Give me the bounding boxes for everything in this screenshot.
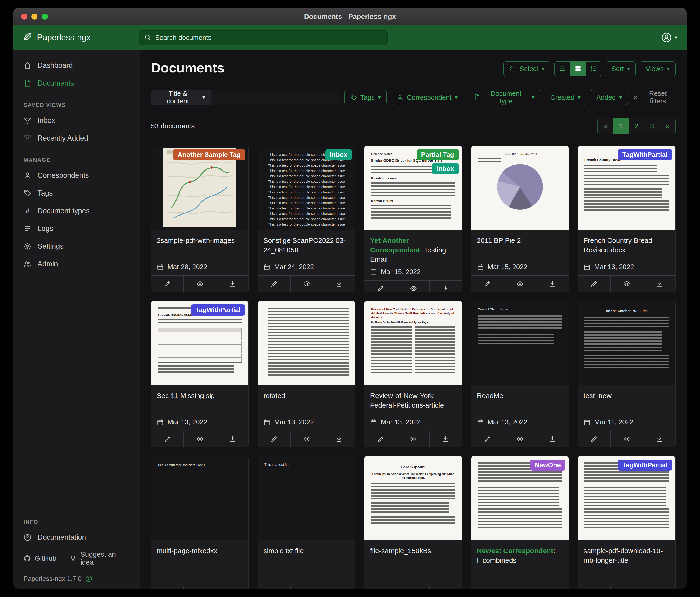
download-button[interactable]: [536, 586, 569, 589]
view-button[interactable]: [291, 586, 323, 589]
edit-button[interactable]: [578, 431, 610, 447]
pagination-page-2[interactable]: 2: [628, 118, 644, 135]
view-button[interactable]: [610, 431, 643, 447]
view-button[interactable]: [504, 431, 536, 447]
info-circle-icon[interactable]: [85, 575, 92, 582]
view-button[interactable]: [397, 281, 429, 292]
zoom-window-button[interactable]: [42, 14, 48, 20]
view-button[interactable]: [291, 276, 323, 292]
view-button[interactable]: [397, 431, 429, 447]
correspondent-filter-button[interactable]: Correspondent ▾: [391, 90, 464, 105]
document-title[interactable]: rotated: [258, 385, 355, 416]
select-button[interactable]: Select ▾: [503, 61, 550, 76]
sort-button[interactable]: Sort ▾: [606, 61, 636, 76]
sidebar-item-inbox[interactable]: Inbox: [13, 112, 140, 129]
download-button[interactable]: [323, 586, 355, 589]
document-card[interactable]: Patient BP Distribution 20112011 BP Pie …: [471, 146, 569, 292]
view-button[interactable]: [504, 276, 536, 292]
tag-badge[interactable]: Inbox: [432, 163, 459, 174]
edit-button[interactable]: [258, 431, 290, 447]
sidebar-item-tags[interactable]: Tags: [13, 184, 140, 202]
minimize-window-button[interactable]: [31, 14, 38, 20]
document-card[interactable]: Contact Sheet DemoReadMeMar 13, 2022: [471, 301, 569, 447]
user-menu[interactable]: ▾: [661, 32, 677, 43]
document-thumbnail[interactable]: Adobe Acrobat PDF Files: [578, 301, 675, 385]
edit-button[interactable]: [471, 276, 504, 292]
document-card[interactable]: 1.1. CONTINUING MEDICAL EDUCATagWithPart…: [151, 301, 249, 447]
list-view-button[interactable]: [554, 61, 570, 76]
app-brand[interactable]: Paperless-ngx: [23, 31, 139, 44]
document-card[interactable]: Review of New York Federal Petitions for…: [364, 301, 462, 447]
view-button[interactable]: [291, 431, 323, 447]
document-card[interactable]: Another Sample Tag2sample-pdf-with-image…: [151, 146, 249, 292]
edit-button[interactable]: [578, 276, 610, 292]
view-button[interactable]: [397, 586, 429, 589]
edit-button[interactable]: [258, 276, 290, 292]
sidebar-item-dashboard[interactable]: Dashboard: [13, 57, 140, 74]
tag-badge[interactable]: TagWithPartial: [618, 149, 672, 160]
document-card[interactable]: Release NotesSimba ODBC Driver for SQL S…: [364, 146, 462, 292]
edit-button[interactable]: [258, 586, 290, 589]
document-title[interactable]: sample-pdf-download-10-mb-longer-title: [578, 540, 675, 586]
added-filter-button[interactable]: Added ▾: [591, 90, 628, 105]
download-button[interactable]: [323, 276, 355, 292]
edit-button[interactable]: [471, 431, 504, 447]
document-title[interactable]: simple txt file: [258, 540, 355, 586]
edit-button[interactable]: [365, 281, 397, 292]
document-title[interactable]: Review-of-New-York-Federal-Petitions-art…: [365, 385, 462, 416]
download-button[interactable]: [429, 281, 462, 292]
reset-filters-button[interactable]: × Reset filters: [633, 90, 676, 105]
sidebar-item-correspondents[interactable]: Correspondents: [13, 167, 140, 184]
document-title[interactable]: 2011 BP Pie 2: [471, 230, 569, 261]
document-thumbnail[interactable]: Patient BP Distribution 2011: [471, 146, 569, 230]
tag-badge[interactable]: TagWithPartial: [618, 459, 672, 471]
document-title[interactable]: French Country Bread Revised.docx: [578, 230, 675, 261]
document-title[interactable]: Sec 11-Missing sig: [151, 385, 248, 416]
edit-button[interactable]: [151, 276, 183, 292]
document-thumbnail[interactable]: TagWithPartial: [578, 456, 675, 540]
document-thumbnail[interactable]: Release NotesSimba ODBC Driver for SQL S…: [365, 146, 462, 230]
document-title[interactable]: Sonstige ScanPC2022 03-24_081058: [258, 230, 355, 261]
document-card[interactable]: This is a multi page document. Page 1.mu…: [151, 456, 249, 589]
view-button[interactable]: [610, 276, 643, 292]
download-button[interactable]: [323, 431, 355, 447]
document-thumbnail[interactable]: [258, 301, 355, 385]
document-title[interactable]: ReadMe: [471, 385, 569, 416]
edit-button[interactable]: [471, 586, 504, 589]
document-thumbnail[interactable]: This is a multi page document. Page 1.: [151, 456, 248, 540]
download-button[interactable]: [429, 586, 462, 589]
view-button[interactable]: [183, 431, 216, 447]
document-thumbnail[interactable]: Review of New York Federal Petitions for…: [365, 301, 462, 385]
document-card[interactable]: NewOneNewest Correspondent: f_combineds: [471, 456, 569, 589]
document-title[interactable]: multi-page-mixedxx: [151, 540, 248, 586]
tag-badge[interactable]: Inbox: [325, 149, 352, 160]
document-card[interactable]: French Country BreadTagWithPartialFrench…: [578, 146, 676, 292]
document-card[interactable]: rotatedMar 13, 2022: [257, 301, 355, 447]
document-thumbnail[interactable]: NewOne: [471, 456, 569, 540]
tag-badge[interactable]: Partial Tag: [417, 149, 459, 160]
tags-filter-button[interactable]: Tags ▾: [344, 90, 386, 105]
pagination-page-1[interactable]: 1: [613, 118, 629, 135]
download-button[interactable]: [643, 276, 675, 292]
edit-button[interactable]: [151, 431, 183, 447]
created-filter-button[interactable]: Created ▾: [545, 90, 586, 105]
view-button[interactable]: [183, 276, 216, 292]
document-correspondent-link[interactable]: Yet Another Correspondent: [370, 237, 420, 254]
document-thumbnail[interactable]: 1.1. CONTINUING MEDICAL EDUCATagWithPart…: [151, 301, 248, 385]
document-title[interactable]: test_new: [578, 385, 675, 416]
document-thumbnail[interactable]: French Country BreadTagWithPartial: [578, 146, 675, 230]
edit-button[interactable]: [578, 586, 610, 589]
pagination-prev-button[interactable]: «: [597, 118, 613, 135]
download-button[interactable]: [216, 586, 248, 589]
download-button[interactable]: [536, 431, 569, 447]
document-card[interactable]: TagWithPartialsample-pdf-download-10-mb-…: [578, 456, 676, 589]
download-button[interactable]: [216, 276, 248, 292]
download-button[interactable]: [429, 431, 462, 447]
sidebar-item-documentation[interactable]: Documentation: [13, 528, 140, 546]
edit-button[interactable]: [365, 586, 397, 589]
document-title[interactable]: Newest Correspondent: f_combineds: [471, 540, 569, 586]
download-button[interactable]: [643, 586, 675, 589]
edit-button[interactable]: [151, 586, 183, 589]
close-window-button[interactable]: [21, 14, 27, 20]
view-button[interactable]: [504, 586, 536, 589]
